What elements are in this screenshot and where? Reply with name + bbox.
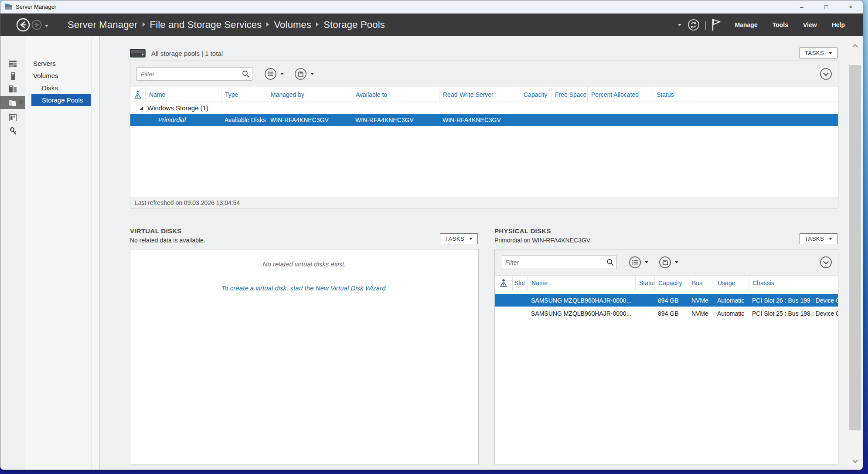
key-icon[interactable]	[0, 125, 25, 138]
column-status[interactable]: Status	[653, 87, 692, 102]
collapse-panel-icon[interactable]	[820, 68, 832, 80]
pools-filter-input[interactable]	[136, 67, 252, 81]
navbar-right-cluster: | Manage Tools View Help	[678, 14, 852, 36]
disk-bus-cell: NVMe	[688, 294, 714, 307]
physical-disks-view-controls	[629, 256, 678, 268]
column-status[interactable]: Status	[635, 276, 654, 290]
group-row-windows-storage[interactable]: Windows Storage (1)	[130, 102, 838, 114]
table-cell	[551, 114, 587, 126]
table-row-disk-2[interactable]: SAMSUNG MZQLB960HAJR-0000... 894 GB NVMe…	[495, 307, 838, 320]
physical-disks-tasks-button[interactable]: TASKS	[800, 233, 837, 244]
close-button[interactable]: ×	[838, 0, 863, 14]
list-view-dropdown-icon[interactable]	[280, 73, 284, 75]
disk-usage-cell: Automatic	[714, 294, 749, 307]
sidebar-item-storage-pools[interactable]: Storage Pools	[31, 94, 91, 106]
disk-chassis-cell: PCI Slot 25 : Bus 198 : Device 0 : Fu	[749, 307, 838, 320]
sidebar-item-servers[interactable]: Servers	[25, 57, 92, 69]
title-bar[interactable]: Server Manager – □ ×	[0, 0, 863, 14]
column-bus[interactable]: Bus	[688, 276, 714, 290]
pools-tasks-button[interactable]: TASKS	[800, 48, 837, 58]
save-view-dropdown-icon[interactable]	[675, 261, 678, 263]
sidebar-item-volumes[interactable]: Volumes	[25, 69, 92, 82]
forward-icon[interactable]	[31, 19, 42, 31]
virtual-disks-title: VIRTUAL DISKS	[130, 227, 182, 235]
virtual-disks-tasks-button[interactable]: TASKS	[440, 233, 478, 244]
role-cabinet-icon[interactable]	[0, 111, 25, 124]
column-capacity[interactable]: Capacity	[520, 87, 551, 102]
dashboard-icon[interactable]	[0, 57, 25, 70]
navigation-bar: Server Manager File and Storage Services…	[0, 14, 863, 36]
list-view-dropdown-icon[interactable]	[645, 261, 648, 263]
scrollbar-thumb[interactable]	[849, 65, 861, 430]
menu-tools[interactable]: Tools	[765, 21, 796, 28]
all-servers-icon[interactable]	[0, 82, 25, 95]
pools-filter	[136, 67, 252, 81]
breadcrumb-storage-pools[interactable]: Storage Pools	[323, 19, 385, 31]
menu-help[interactable]: Help	[824, 21, 852, 28]
column-type[interactable]: Type	[221, 87, 267, 102]
tasks-label: TASKS	[805, 235, 824, 242]
table-row-primordial[interactable]: Primordial Available Disks WIN-RFA4KNEC3…	[130, 114, 838, 126]
collapse-panel-icon[interactable]	[820, 256, 832, 268]
table-cell	[495, 294, 512, 307]
list-view-icon[interactable]	[629, 256, 641, 268]
caret-down-icon	[829, 238, 832, 240]
column-chassis[interactable]: Chassis	[749, 276, 838, 290]
column-slot[interactable]: Slot	[512, 276, 528, 290]
new-virtual-disk-wizard-link[interactable]: To create a virtual disk, start the New …	[130, 284, 478, 292]
sidebar-item-disks[interactable]: Disks	[25, 82, 92, 94]
desktop: Server Manager – □ × Server Manager File…	[0, 0, 868, 474]
pool-managed-by-cell: WIN-RFA4KNEC3GV	[267, 114, 352, 126]
column-name[interactable]: Name	[145, 87, 221, 102]
table-cell	[587, 114, 653, 126]
save-view-dropdown-icon[interactable]	[310, 73, 314, 75]
save-view-icon[interactable]	[659, 256, 671, 268]
navbar-divider: |	[704, 20, 706, 30]
window-controls: – □ ×	[790, 0, 863, 14]
flyout-arrow-icon[interactable]	[20, 99, 23, 105]
scroll-down-icon[interactable]	[848, 457, 862, 466]
column-capacity[interactable]: Capacity	[654, 276, 688, 290]
group-label: Windows Storage (1)	[147, 104, 208, 112]
refresh-icon[interactable]	[688, 19, 700, 31]
maximize-button[interactable]: □	[814, 0, 838, 14]
pool-available-to-cell: WIN-RFA4KNEC3GV	[352, 114, 439, 126]
breadcrumb-separator-icon	[143, 22, 145, 27]
list-view-icon[interactable]	[265, 68, 276, 80]
alerts-column[interactable]	[495, 276, 512, 290]
pools-section-header: All storage pools | 1 total	[130, 48, 223, 59]
back-icon[interactable]	[16, 18, 30, 32]
table-cell	[653, 114, 692, 126]
group-expanded-icon[interactable]	[140, 106, 143, 110]
breadcrumb-server-manager[interactable]: Server Manager	[68, 19, 138, 31]
save-view-icon[interactable]	[295, 68, 306, 80]
column-free-space[interactable]: Free Space	[551, 87, 587, 102]
virtual-disks-panel: No related virtual disks exist. To creat…	[130, 249, 479, 464]
search-icon[interactable]	[242, 70, 249, 78]
physical-disks-filter-input[interactable]	[501, 256, 617, 269]
column-managed-by[interactable]: Managed by	[267, 87, 352, 102]
local-server-icon[interactable]	[0, 69, 25, 82]
table-cell	[495, 307, 512, 320]
menu-view[interactable]: View	[796, 21, 824, 28]
alerts-column[interactable]	[130, 87, 145, 102]
breadcrumb-volumes[interactable]: Volumes	[274, 19, 311, 31]
column-available-to[interactable]: Available to	[352, 87, 439, 102]
breadcrumb-file-storage[interactable]: File and Storage Services	[150, 19, 262, 31]
search-icon[interactable]	[606, 259, 614, 266]
menu-manage[interactable]: Manage	[728, 21, 765, 28]
table-row-disk-1[interactable]: SAMSUNG MZQLB960HAJR-0000... 894 GB NVMe…	[495, 294, 838, 307]
column-percent-allocated[interactable]: Percent Allocated	[587, 87, 653, 102]
sidebar-splitter[interactable]	[92, 36, 100, 470]
minimize-button[interactable]: –	[790, 0, 814, 14]
page-scrollbar[interactable]	[848, 39, 862, 468]
history-dropdown-icon[interactable]	[45, 25, 48, 27]
pool-name-cell: Primordial	[145, 114, 221, 126]
notifications-flag-icon[interactable]	[711, 18, 722, 31]
scroll-up-icon[interactable]	[848, 41, 862, 50]
refresh-dropdown-icon[interactable]	[678, 24, 681, 26]
physical-disks-subtitle: Primordial on WIN-RFA4KNEC3GV	[494, 237, 590, 244]
column-usage[interactable]: Usage	[714, 276, 749, 290]
column-name[interactable]: Name	[528, 276, 635, 290]
column-read-write-server[interactable]: Read-Write Server	[439, 87, 520, 102]
